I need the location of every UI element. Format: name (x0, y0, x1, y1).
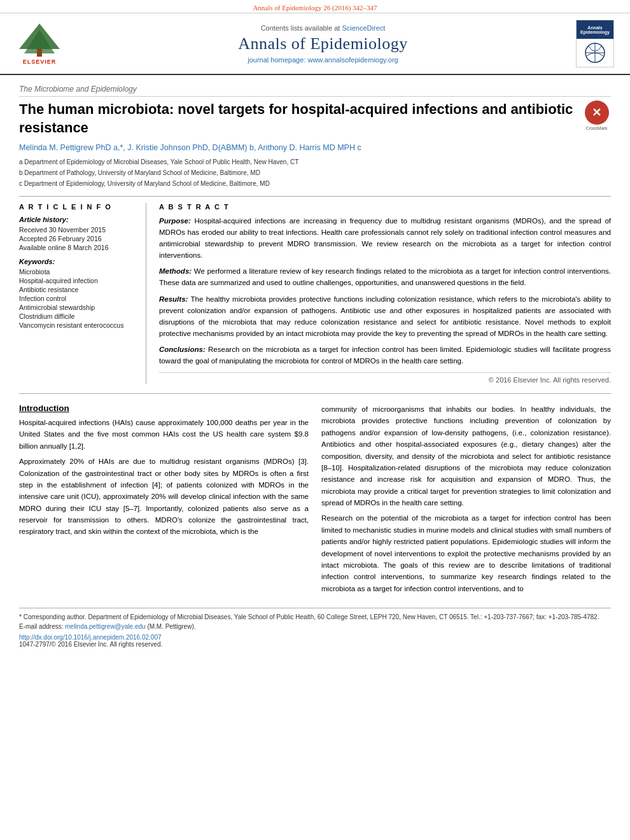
abstract-methods: Methods: We performed a literature revie… (159, 266, 611, 289)
purpose-text: Hospital-acquired infections are increas… (159, 217, 611, 258)
article-title-row: The human microbiota: novel targets for … (19, 101, 611, 137)
results-text: The healthy microbiota provides protecti… (159, 295, 611, 337)
affiliation-b: b Department of Pathology, University of… (19, 168, 611, 178)
article-info-abstract: A R T I C L E I N F O Article history: R… (19, 196, 611, 384)
article-history-label: Article history: (19, 216, 136, 223)
article-container: The Microbiome and Epidemiology The huma… (0, 75, 630, 657)
sciencedirect-line: Contents lists available at ScienceDirec… (76, 24, 570, 32)
available-date: Available online 8 March 2016 (19, 244, 136, 251)
keyword-3: Antibiotic resistance (19, 286, 136, 293)
keyword-5: Antimicrobial stewardship (19, 304, 136, 311)
email-name: (M.M. Pettigrew). (147, 623, 195, 630)
footnote-text: * Corresponding author. Department of Ep… (19, 612, 611, 622)
journal-title: Annals of Epidemiology (76, 34, 570, 53)
abstract-col: A B S T R A C T Purpose: Hospital-acquir… (159, 203, 611, 384)
purpose-para: Purpose: Hospital-acquired infections ar… (159, 216, 611, 261)
affiliations: a Department of Epidemiology of Microbia… (19, 157, 611, 188)
intro-heading: Introduction (19, 403, 309, 413)
conclusions-label: Conclusions: (159, 346, 206, 353)
section-tag: The Microbiome and Epidemiology (19, 85, 611, 97)
abstract-heading: A B S T R A C T (159, 203, 611, 211)
logo-box-label: AnnalsEpidemiology (579, 24, 611, 36)
results-label: Results: (159, 295, 188, 303)
keywords-label: Keywords: (19, 258, 136, 265)
intro-para1: Hospital-acquired infections (HAIs) caus… (19, 417, 309, 452)
keyword-4: Infection control (19, 295, 136, 302)
methods-para: Methods: We performed a literature revie… (159, 266, 611, 289)
methods-text: We performed a literature review of key … (159, 267, 611, 286)
keyword-6: Clostridium difficile (19, 312, 136, 320)
section-divider (19, 393, 611, 394)
affiliation-a: a Department of Epidemiology of Microbia… (19, 157, 611, 167)
conclusions-para: Conclusions: Research on the microbiota … (159, 344, 611, 367)
intro-cont-col: community of microorganisms that inhabit… (321, 403, 611, 598)
authors: Melinda M. Pettigrew PhD a,*, J. Kristie… (19, 143, 611, 152)
results-para: Results: The healthy microbiota provides… (159, 294, 611, 339)
issn-line: 1047-2797/© 2016 Elsevier Inc. All right… (19, 641, 611, 648)
intro-col: Introduction Hospital-acquired infection… (19, 403, 309, 598)
authors-text: Melinda M. Pettigrew PhD a,*, J. Kristie… (19, 143, 361, 152)
journal-homepage: journal homepage: www.annalsofepidemiogy… (76, 56, 570, 64)
abstract-results: Results: The healthy microbiota provides… (159, 294, 611, 339)
intro-para3: community of microorganisms that inhabit… (321, 403, 611, 509)
purpose-label: Purpose: (159, 217, 191, 225)
email-address[interactable]: melinda.pettigrew@yale.edu (65, 623, 145, 630)
body-content: Introduction Hospital-acquired infection… (19, 403, 611, 598)
affiliation-c: c Department of Epidemiology, University… (19, 179, 611, 188)
doi-line[interactable]: http://dx.doi.org/10.1016/j.annepidem.20… (19, 634, 611, 641)
email-label: E-mail address: (19, 623, 63, 630)
abstract-conclusions: Conclusions: Research on the microbiota … (159, 344, 611, 367)
crossmark-icon[interactable]: ✕ (585, 101, 609, 125)
keyword-7: Vancomycin resistant enterococcus (19, 321, 136, 329)
copyright-line: © 2016 Elsevier Inc. All rights reserved… (159, 372, 611, 384)
svg-text:ELSEVIER: ELSEVIER (23, 59, 57, 65)
article-info-heading: A R T I C L E I N F O (19, 203, 136, 211)
conclusions-text: Research on the microbiota as a target f… (159, 346, 611, 365)
elsevier-logo: ELSEVIER (13, 20, 70, 67)
footnote-email: E-mail address: melinda.pettigrew@yale.e… (19, 622, 611, 631)
abstract-purpose: Purpose: Hospital-acquired infections ar… (159, 216, 611, 261)
svg-rect-3 (37, 49, 42, 57)
journal-center: Contents lists available at ScienceDirec… (76, 24, 570, 64)
journal-header: ELSEVIER Contents lists available at Sci… (0, 13, 630, 75)
crossmark[interactable]: ✕ CrossMark (582, 101, 611, 130)
footnote-section: * Corresponding author. Department of Ep… (19, 608, 611, 648)
article-title: The human microbiota: novel targets for … (19, 101, 576, 137)
crossmark-label: CrossMark (586, 126, 608, 130)
keyword-1: Microbiota (19, 268, 136, 276)
methods-label: Methods: (159, 267, 192, 275)
article-info-col: A R T I C L E I N F O Article history: R… (19, 203, 146, 384)
citation-text: Annals of Epidemiology 26 (2016) 342–347 (253, 4, 377, 11)
keyword-2: Hospital-acquired infection (19, 277, 136, 284)
intro-para2: Approximately 20% of HAIs are due to mul… (19, 456, 309, 538)
citation-bar: Annals of Epidemiology 26 (2016) 342–347 (0, 0, 630, 13)
journal-logo-right: AnnalsEpidemiology (576, 20, 617, 67)
received-date: Received 30 November 2015 (19, 226, 136, 234)
intro-para4: Research on the potential of the microbi… (321, 512, 611, 594)
accepted-date: Accepted 26 February 2016 (19, 235, 136, 242)
sciencedirect-link[interactable]: ScienceDirect (342, 24, 385, 32)
